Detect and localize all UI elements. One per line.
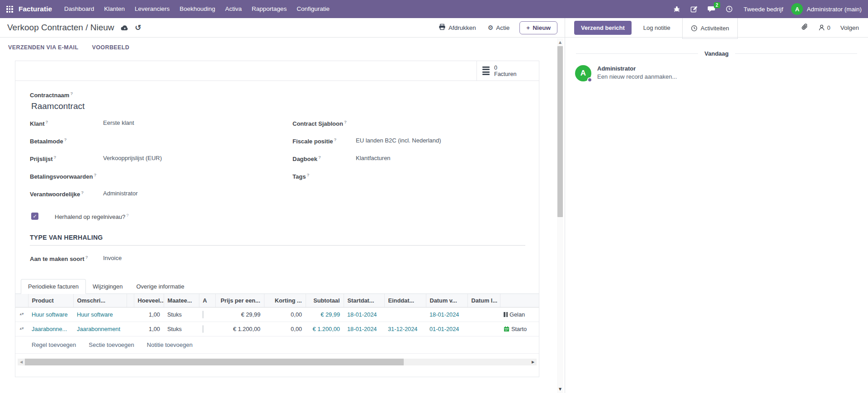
followers-button[interactable]: 0 — [818, 24, 830, 31]
cell-product[interactable]: Huur software — [28, 308, 73, 322]
col-datum-laatste[interactable]: Datum l... — [467, 294, 500, 308]
col-datum-volgende[interactable]: Datum v... — [426, 294, 467, 308]
message-avatar[interactable]: A — [575, 65, 591, 81]
attachment-paperclip-icon[interactable] — [801, 23, 808, 32]
cell-description[interactable]: Huur software — [73, 308, 127, 322]
add-section-link[interactable]: Sectie toevoegen — [89, 341, 134, 348]
nav-item-dashboard[interactable]: Dashboard — [59, 0, 99, 18]
horizontal-scrollbar[interactable]: ◀ ▶ — [18, 359, 537, 365]
cell-start-date[interactable]: 18-01-2024 — [344, 308, 384, 322]
col-hoeveelheid[interactable]: Hoeveel... — [134, 294, 164, 308]
col-product[interactable]: Product — [28, 294, 73, 308]
cell-price[interactable]: € 1.200,00 — [215, 322, 264, 336]
nav-item-activa[interactable]: Activa — [220, 0, 247, 18]
horizontal-scrollbar-thumb[interactable] — [25, 359, 404, 365]
cell-qty[interactable]: 1,00 — [134, 308, 164, 322]
nav-item-configuratie[interactable]: Configuratie — [292, 0, 335, 18]
messages-chat-icon[interactable]: 2 — [708, 5, 716, 13]
help-marker: ? — [85, 255, 88, 260]
col-prijs[interactable]: Prijs per een... — [215, 294, 264, 308]
app-brand[interactable]: Facturatie — [19, 5, 52, 13]
table-row[interactable]: ▲▼ Jaarabonne... Jaarabonnement 1,00 Stu… — [15, 322, 539, 336]
nav-item-rapportages[interactable]: Rapportages — [247, 0, 292, 18]
vertical-scrollbar[interactable]: ▲ ▼ — [557, 38, 563, 393]
cell-start-date[interactable]: 18-01-2024 — [344, 322, 384, 336]
recurring-checkbox[interactable]: ✓ — [31, 213, 38, 220]
aan-te-maken-soort-field[interactable]: Invoice — [103, 255, 525, 261]
cell-description[interactable]: Jaarabonnement — [73, 322, 127, 336]
scroll-down-arrow[interactable]: ▼ — [559, 385, 561, 393]
plus-icon: + — [526, 24, 530, 31]
cell-uom[interactable]: Stuks — [164, 308, 199, 322]
col-korting[interactable]: Korting ... — [264, 294, 306, 308]
preview-button[interactable]: VOORBEELD — [92, 44, 129, 51]
send-via-email-button[interactable]: VERZENDEN VIA E-MAIL — [8, 44, 78, 51]
cell-end-date[interactable]: 31-12-2024 — [384, 322, 426, 336]
nav-item-leveranciers[interactable]: Leveranciers — [130, 0, 175, 18]
col-subtotaal[interactable]: Subtotaal — [306, 294, 344, 308]
nav-item-boekhouding[interactable]: Boekhouding — [175, 0, 220, 18]
tab-wijzigingen[interactable]: Wijzigingen — [86, 279, 129, 294]
drag-handle-icon[interactable]: ▲▼ — [19, 311, 24, 315]
new-button[interactable]: + Nieuw — [519, 21, 557, 34]
cell-discount[interactable]: 0,00 — [264, 322, 306, 336]
col-analytisch[interactable]: A — [199, 294, 215, 308]
unsaved-cloud-icon[interactable] — [121, 24, 129, 31]
drag-handle-icon[interactable]: ▲▼ — [19, 326, 24, 329]
print-button[interactable]: Afdrukken — [439, 24, 476, 32]
action-button[interactable]: ⚙ Actie — [488, 24, 510, 31]
add-note-link[interactable]: Notitie toevoegen — [147, 341, 193, 348]
invoices-stat-button[interactable]: 0 Facturen — [476, 61, 539, 80]
tab-periodieke-facturen[interactable]: Periodieke facturen — [21, 279, 86, 294]
send-message-button[interactable]: Verzend bericht — [574, 21, 632, 35]
cell-price[interactable]: € 29,99 — [215, 308, 264, 322]
cell-qty[interactable]: 1,00 — [134, 322, 164, 336]
fiscale-positie-field[interactable]: EU landen B2C (incl. Nederland) — [356, 137, 525, 144]
col-startdatum[interactable]: Startdat... — [344, 294, 384, 308]
activities-clock-icon[interactable] — [726, 5, 733, 13]
cell-end-date[interactable] — [384, 308, 426, 322]
cell-next-date[interactable]: 01-01-2024 — [426, 322, 467, 336]
chatter-message[interactable]: A Administrator Een nieuw record aanmake… — [575, 65, 858, 81]
prijslijst-field[interactable]: Verkoopprijslijst (EUR) — [103, 155, 263, 161]
cell-status-badge[interactable]: Gelan — [500, 308, 539, 322]
scroll-right-arrow[interactable]: ▶ — [529, 360, 537, 364]
add-line-link[interactable]: Regel toevoegen — [32, 341, 76, 348]
dagboek-field[interactable]: Klantfacturen — [356, 155, 525, 161]
vertical-scrollbar-thumb[interactable] — [557, 46, 563, 217]
user-menu[interactable]: Administrator (main) — [807, 6, 862, 13]
table-row[interactable]: ▲▼ Huur software Huur software 1,00 Stuk… — [15, 308, 539, 322]
debug-bug-icon[interactable] — [673, 5, 680, 13]
scroll-up-arrow[interactable]: ▲ — [559, 38, 561, 46]
tab-overige-informatie[interactable]: Overige informatie — [130, 279, 191, 294]
user-avatar[interactable]: A — [791, 3, 803, 15]
scroll-left-arrow[interactable]: ◀ — [18, 360, 25, 364]
undo-icon[interactable]: ↺ — [135, 23, 142, 32]
col-einddatum[interactable]: Einddat... — [384, 294, 426, 308]
line-checkbox[interactable] — [203, 311, 203, 318]
col-maateenheid[interactable]: Maatee... — [164, 294, 199, 308]
follow-button[interactable]: Volgen — [840, 24, 859, 31]
log-note-button[interactable]: Log notitie — [643, 24, 670, 31]
line-checkbox[interactable] — [203, 325, 203, 333]
contract-name-input[interactable]: Raamcontract — [31, 101, 525, 111]
cell-status-badge[interactable]: Starto — [500, 322, 539, 336]
message-author[interactable]: Administrator — [597, 65, 677, 72]
company-switcher[interactable]: Tweede bedrijf — [744, 6, 783, 13]
klant-field[interactable]: Eerste klant — [103, 119, 263, 126]
cell-product[interactable]: Jaarabonne... — [28, 322, 73, 336]
col-omschrijving[interactable]: Omschri... — [73, 294, 127, 308]
cell-last-date[interactable] — [467, 308, 500, 322]
nav-item-klanten[interactable]: Klanten — [99, 0, 130, 18]
verantwoordelijke-field[interactable]: Administrator — [103, 190, 263, 197]
action-label: Actie — [496, 24, 509, 31]
apps-grid-icon[interactable] — [6, 6, 13, 13]
cell-uom[interactable]: Stuks — [164, 322, 199, 336]
cell-discount[interactable]: 0,00 — [264, 308, 306, 322]
cell-last-date[interactable] — [467, 322, 500, 336]
message-count-badge: 2 — [714, 2, 720, 8]
activities-button[interactable]: Activiteiten — [682, 18, 738, 39]
edit-message-icon[interactable] — [690, 5, 698, 13]
cell-next-date[interactable]: 18-01-2024 — [426, 308, 467, 322]
recurring-checkbox-label[interactable]: Herhalend op regelniveau?? — [55, 213, 128, 220]
